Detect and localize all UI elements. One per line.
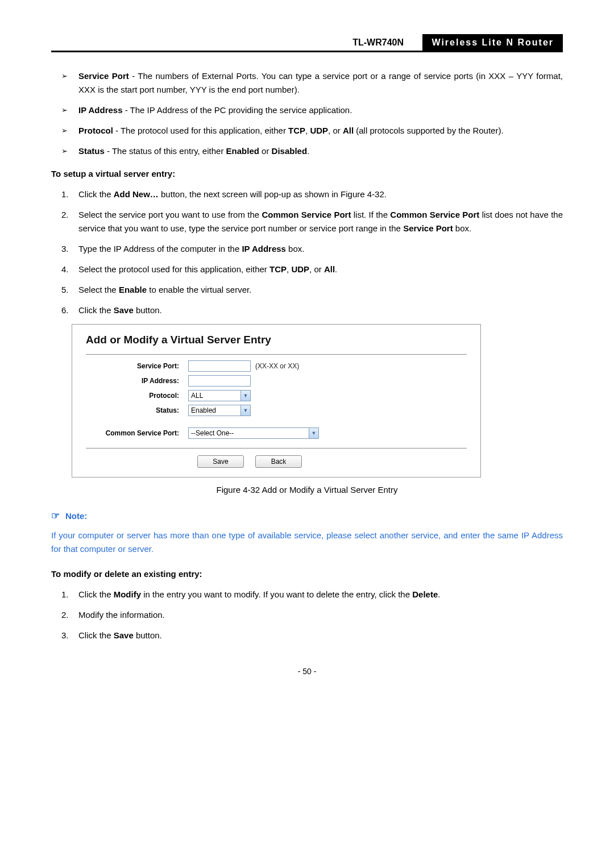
common-service-port-value: --Select One-- bbox=[191, 428, 234, 439]
page-number: - 50 - bbox=[51, 665, 563, 678]
bullet-status: Status - The status of this entry, eithe… bbox=[66, 144, 563, 158]
chevron-down-icon: ▼ bbox=[309, 428, 318, 438]
b: Add New… bbox=[114, 189, 159, 199]
modify-step: 1.Click the Modify in the entry you want… bbox=[61, 588, 563, 601]
setup-step: 2.Select the service port you want to us… bbox=[61, 208, 563, 235]
t: Click the bbox=[78, 630, 114, 640]
common-service-port-select[interactable]: --Select One-- ▼ bbox=[188, 427, 319, 439]
setup-heading: To setup a virtual server entry: bbox=[51, 167, 563, 181]
row-common-service-port: Common Service Port: --Select One-- ▼ bbox=[86, 427, 467, 439]
label: Protocol bbox=[78, 126, 113, 135]
b2: Disabled bbox=[272, 146, 308, 156]
t: Select the protocol used for this applic… bbox=[78, 264, 269, 274]
save-button[interactable]: Save bbox=[197, 455, 244, 468]
protocol-select[interactable]: ALL ▼ bbox=[188, 390, 251, 401]
setup-steps: 1.Click the Add New… button, the next sc… bbox=[51, 188, 563, 317]
label-status: Status: bbox=[86, 405, 188, 416]
t2: button. bbox=[134, 305, 162, 315]
t2: in the entry you want to modify. If you … bbox=[141, 589, 412, 599]
setup-step: 1.Click the Add New… button, the next sc… bbox=[61, 188, 563, 201]
setup-step: 4.Select the protocol used for this appl… bbox=[61, 263, 563, 276]
form-fields-area: Service Port: (XX-XX or XX) IP Address: … bbox=[86, 354, 467, 448]
form-screenshot: Add or Modify a Virtual Server Entry Ser… bbox=[72, 324, 481, 477]
ip-address-input[interactable] bbox=[188, 375, 251, 387]
bullet-ip-address: IP Address - The IP Address of the PC pr… bbox=[66, 103, 563, 117]
label-service-port: Service Port: bbox=[86, 361, 188, 372]
t2: or bbox=[259, 146, 272, 156]
setup-step: 6.Click the Save button. bbox=[61, 304, 563, 317]
b: Enable bbox=[119, 285, 147, 294]
status-value: Enabled bbox=[191, 405, 216, 416]
pointing-hand-icon: ☞ bbox=[51, 508, 60, 524]
t4: . bbox=[335, 264, 337, 274]
row-status: Status: Enabled ▼ bbox=[86, 405, 467, 416]
b2: Common Service Port bbox=[390, 210, 479, 219]
t: Click the bbox=[78, 305, 114, 315]
num: 4. bbox=[61, 263, 69, 276]
b2: UDP bbox=[291, 264, 309, 274]
num: 6. bbox=[61, 304, 69, 317]
back-button[interactable]: Back bbox=[255, 455, 302, 468]
b2: Delete bbox=[412, 589, 438, 599]
setup-step: 5.Select the Enable to enable the virtua… bbox=[61, 283, 563, 297]
num: 1. bbox=[61, 588, 69, 601]
modify-heading: To modify or delete an existing entry: bbox=[51, 567, 563, 581]
t: Select the bbox=[78, 285, 119, 294]
b: Save bbox=[114, 305, 134, 315]
t3: , or bbox=[309, 264, 324, 274]
modify-step: 3.Click the Save button. bbox=[61, 629, 563, 642]
setup-step: 3.Type the IP Address of the computer in… bbox=[61, 242, 563, 256]
service-port-hint: (XX-XX or XX) bbox=[255, 361, 299, 372]
note-heading: ☞ Note: bbox=[51, 508, 563, 524]
form-buttons: Save Back bbox=[86, 455, 467, 468]
modify-step: 2.Modify the information. bbox=[61, 608, 563, 622]
b: Save bbox=[114, 630, 134, 640]
t4: (all protocols supported by the Router). bbox=[354, 126, 503, 135]
row-protocol: Protocol: ALL ▼ bbox=[86, 390, 467, 401]
modify-steps: 1.Click the Modify in the entry you want… bbox=[51, 588, 563, 642]
t2: button. bbox=[134, 630, 162, 640]
label: IP Address bbox=[78, 105, 123, 115]
b1: TCP bbox=[288, 126, 305, 135]
feature-bullets: Service Port - The numbers of External P… bbox=[51, 69, 563, 158]
chevron-down-icon: ▼ bbox=[240, 405, 250, 416]
t2: list. If the bbox=[351, 210, 390, 219]
row-ip-address: IP Address: bbox=[86, 375, 467, 387]
b: IP Address bbox=[242, 244, 286, 254]
label-common-service-port: Common Service Port: bbox=[86, 428, 188, 439]
b: Common Service Port bbox=[262, 210, 351, 219]
text: - The IP Address of the PC providing the… bbox=[123, 105, 352, 115]
product-description: Wireless Lite N Router bbox=[422, 34, 563, 52]
num: 5. bbox=[61, 283, 69, 297]
bullet-protocol: Protocol - The protocol used for this ap… bbox=[66, 124, 563, 138]
note-label: Note: bbox=[65, 509, 87, 523]
row-service-port: Service Port: (XX-XX or XX) bbox=[86, 360, 467, 372]
t1: - The status of this entry, either bbox=[105, 146, 226, 156]
b1: Enabled bbox=[226, 146, 259, 156]
t: Click the bbox=[78, 189, 114, 199]
t: Select the service port you want to use … bbox=[78, 210, 262, 219]
num: 3. bbox=[61, 242, 69, 256]
label-protocol: Protocol: bbox=[86, 391, 188, 401]
protocol-value: ALL bbox=[191, 391, 203, 401]
b: Modify bbox=[114, 589, 141, 599]
service-port-input[interactable] bbox=[188, 360, 251, 372]
t2: to enable the virtual server. bbox=[147, 285, 251, 294]
t3: . bbox=[438, 589, 440, 599]
label: Status bbox=[78, 146, 105, 156]
num: 1. bbox=[61, 188, 69, 201]
chevron-down-icon: ▼ bbox=[240, 391, 250, 401]
t: Click the bbox=[78, 589, 114, 599]
t: Modify the information. bbox=[78, 610, 165, 620]
form-title: Add or Modify a Virtual Server Entry bbox=[86, 331, 467, 348]
page-header: TL-WR740N Wireless Lite N Router bbox=[51, 34, 563, 52]
status-select[interactable]: Enabled ▼ bbox=[188, 405, 251, 416]
t: Type the IP Address of the computer in t… bbox=[78, 244, 242, 254]
b3: All bbox=[324, 264, 335, 274]
t1: - The protocol used for this application… bbox=[113, 126, 288, 135]
num: 3. bbox=[61, 629, 69, 642]
b3: Service Port bbox=[403, 223, 453, 233]
label-ip-address: IP Address: bbox=[86, 376, 188, 387]
t3: . bbox=[307, 146, 309, 156]
t2: button, the next screen will pop-up as s… bbox=[159, 189, 387, 199]
